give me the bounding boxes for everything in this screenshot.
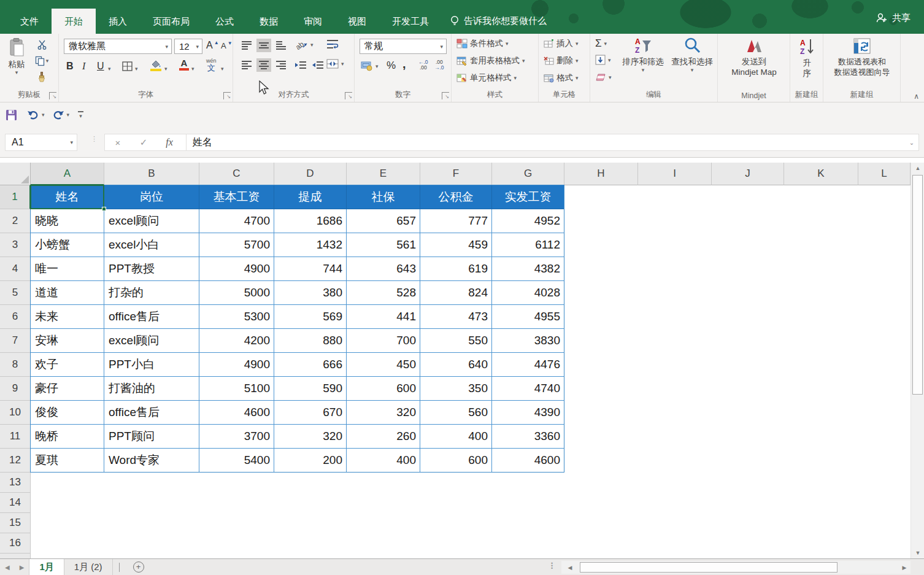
align-top-button[interactable] [239,39,254,52]
cell-B12[interactable]: Word专家 [104,449,199,473]
cell-B11[interactable]: PPT顾问 [104,425,199,449]
row-header-1[interactable]: 1 [0,185,31,209]
format-cells-button[interactable]: 格式▾ [544,72,579,83]
cell-G6[interactable]: 4955 [492,305,564,329]
tab-file[interactable]: 文件 [7,9,52,34]
row-header-13[interactable]: 13 [0,473,31,493]
underline-button[interactable]: U [97,61,104,72]
percent-style-button[interactable]: % [387,60,396,72]
cell-D12[interactable]: 200 [274,449,347,473]
cell-B6[interactable]: office售后 [104,305,199,329]
cell-C1[interactable]: 基本工资 [199,185,274,209]
row-header-15[interactable]: 15 [0,513,31,533]
sort-ascending-button[interactable]: AZ 升 序 [793,37,821,79]
alignment-dialog-launcher[interactable]: ↘ [345,92,352,99]
conditional-formatting-button[interactable]: 条件格式▾ [456,38,509,49]
cell-F8[interactable]: 640 [420,353,492,377]
cell-A1[interactable]: 姓名 [31,185,104,209]
new-sheet-button[interactable]: + [133,561,144,573]
cell-D6[interactable]: 569 [274,305,347,329]
select-all-corner[interactable] [0,163,31,185]
horizontal-scroll-thumb[interactable] [580,562,837,573]
column-header-K[interactable]: K [784,163,858,185]
cell-A11[interactable]: 晚桥 [31,425,104,449]
cell-D4[interactable]: 744 [274,257,347,281]
delete-cells-button[interactable]: 删除▾ [544,55,579,66]
cell-A7[interactable]: 安琳 [31,329,104,353]
vertical-scroll-thumb[interactable] [912,175,923,395]
cell-C7[interactable]: 4200 [199,329,274,353]
clear-button[interactable]: ▾ [595,73,612,82]
vertical-scrollbar[interactable]: ▲ ▼ [911,163,924,558]
row-header-5[interactable]: 5 [0,281,31,305]
cell-B3[interactable]: excel小白 [104,233,199,257]
cell-A12[interactable]: 夏琪 [31,449,104,473]
sheet-nav-right-arrow[interactable]: ▶ [15,564,29,571]
cell-G2[interactable]: 4952 [492,209,564,233]
cell-C2[interactable]: 4700 [199,209,274,233]
wrap-text-button[interactable] [326,39,339,50]
cell-B7[interactable]: excel顾问 [104,329,199,353]
paste-dropdown-caret[interactable]: ▾ [15,69,18,75]
align-center-button[interactable] [256,58,271,72]
borders-button[interactable] [121,61,133,72]
tab-review[interactable]: 审阅 [291,9,335,34]
cell-C8[interactable]: 4900 [199,353,274,377]
scroll-left-arrow[interactable]: ◀ [564,565,576,571]
cell-G11[interactable]: 3360 [492,425,564,449]
cell-G8[interactable]: 4476 [492,353,564,377]
accounting-format-button[interactable]: ▾ [361,61,379,71]
decrease-indent-button[interactable] [293,58,308,72]
column-header-F[interactable]: F [420,163,492,185]
cell-E12[interactable]: 400 [347,449,420,473]
cell-E1[interactable]: 社保 [347,185,420,209]
collapse-ribbon-chevron[interactable]: ∧ [914,92,919,101]
tab-developer[interactable]: 开发工具 [379,9,442,34]
cell-E10[interactable]: 320 [347,401,420,425]
find-select-button[interactable]: 查找和选择 ▾ [669,36,715,73]
cell-F9[interactable]: 350 [420,377,492,401]
scroll-right-arrow[interactable]: ▶ [898,565,911,571]
fill-color-caret[interactable]: ▾ [164,66,167,72]
column-header-E[interactable]: E [347,163,420,185]
accounting-caret[interactable]: ▾ [375,63,379,69]
cell-B9[interactable]: 打酱油的 [104,377,199,401]
row-header-4[interactable]: 4 [0,257,31,281]
cell-E9[interactable]: 600 [347,377,420,401]
cell-B8[interactable]: PPT小白 [104,353,199,377]
cell-G7[interactable]: 3830 [492,329,564,353]
fill-color-button[interactable] [150,60,162,71]
cell-B4[interactable]: PPT教授 [104,257,199,281]
sheet-nav-left-arrow[interactable]: ◀ [0,564,15,571]
underline-dropdown-caret[interactable]: ▾ [108,66,111,72]
scroll-down-arrow[interactable]: ▼ [911,547,924,558]
cut-button[interactable] [34,39,49,51]
cell-G10[interactable]: 4390 [492,401,564,425]
cell-F10[interactable]: 560 [420,401,492,425]
column-header-C[interactable]: C [199,163,274,185]
align-bottom-button[interactable] [274,39,288,52]
phonetic-guide-button[interactable]: wén 文 [206,58,217,72]
cell-F12[interactable]: 600 [420,449,492,473]
column-header-A[interactable]: A [31,163,104,185]
align-right-button[interactable] [274,58,288,72]
cell-E2[interactable]: 657 [347,209,420,233]
row-header-12[interactable]: 12 [0,449,31,473]
tab-data[interactable]: 数据 [247,9,291,34]
hscroll-splitter[interactable]: ••• [551,562,553,569]
column-header-I[interactable]: I [638,163,712,185]
increase-decimal-button[interactable]: ←.0.00 [418,60,428,70]
grow-font-button[interactable]: A▲ [206,40,219,51]
cell-E5[interactable]: 528 [347,281,420,305]
cell-D1[interactable]: 提成 [274,185,347,209]
column-header-G[interactable]: G [492,163,564,185]
decrease-decimal-button[interactable]: .00→.0 [434,60,444,70]
increase-indent-button[interactable] [310,58,325,72]
name-box[interactable]: A1 ▾ [5,134,77,151]
orientation-caret[interactable]: ▾ [310,42,314,48]
column-header-J[interactable]: J [712,163,784,185]
column-header-L[interactable]: L [858,163,911,185]
cell-F4[interactable]: 619 [420,257,492,281]
cell-D7[interactable]: 880 [274,329,347,353]
cell-F2[interactable]: 777 [420,209,492,233]
